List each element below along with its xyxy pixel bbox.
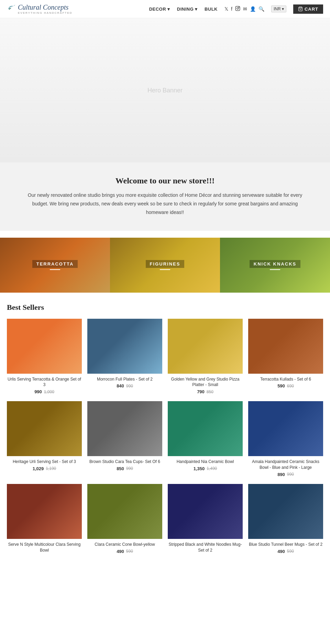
product-card[interactable]: Heritage Urli Serving Set - Set of 31,02… xyxy=(7,401,82,477)
product-prices: 1,0291,190 xyxy=(7,466,82,471)
product-image xyxy=(168,319,243,374)
welcome-title: Welcome to our new store!!! xyxy=(28,176,302,185)
product-prices: 490590 xyxy=(87,549,162,554)
product-image xyxy=(248,319,323,374)
products-grid-row3: Serve N Style Multicolour Clara Serving … xyxy=(7,484,323,555)
product-card[interactable]: Morrocon Full Plates - Set of 2840990 xyxy=(87,319,162,395)
category-figurines-label: FIGURINES xyxy=(146,260,185,268)
price-current: 790 xyxy=(197,389,205,394)
svg-point-1 xyxy=(237,8,239,9)
product-prices: 840990 xyxy=(87,383,162,388)
product-image xyxy=(87,401,162,456)
price-current: 990 xyxy=(34,389,42,394)
product-name: Urlis Serving Terracotta & Orange Set of… xyxy=(7,376,82,388)
price-current: 1,029 xyxy=(33,466,44,471)
product-prices: 790850 xyxy=(168,389,243,394)
account-icon[interactable]: 👤 xyxy=(250,6,256,12)
product-card[interactable]: Golden Yellow and Grey Studio Pizza Plat… xyxy=(168,319,243,395)
products-grid-row1: Urlis Serving Terracotta & Orange Set of… xyxy=(7,319,323,395)
email-icon[interactable]: ✉ xyxy=(243,6,247,12)
product-image xyxy=(248,401,323,456)
price-original: 690 xyxy=(287,384,294,388)
product-name: Serve N Style Multicolour Clara Serving … xyxy=(7,542,82,553)
brand-name: Cultural Concepts xyxy=(18,3,68,11)
best-sellers-title: Best Sellers xyxy=(7,303,323,312)
category-underline xyxy=(50,269,60,270)
product-card[interactable]: Urlis Serving Terracotta & Orange Set of… xyxy=(7,319,82,395)
hero-placeholder: Hero Banner xyxy=(147,87,183,94)
product-image xyxy=(7,484,82,539)
product-name: Handpainted Nia Ceramic Bowl xyxy=(168,459,243,465)
price-current: 890 xyxy=(277,472,285,477)
price-original: 990 xyxy=(126,384,133,388)
product-name: Clara Ceramic Cone Bowl-yellow xyxy=(87,542,162,547)
cart-icon xyxy=(298,7,303,11)
product-card[interactable]: Amala Handpainted Ceramic Snacks Bowl - … xyxy=(248,401,323,477)
product-card[interactable]: Stripped Black and White Noodles Mug- Se… xyxy=(168,484,243,555)
price-current: 490 xyxy=(277,549,285,554)
product-name: Morrocon Full Plates - Set of 2 xyxy=(87,376,162,382)
twitter-icon[interactable]: 𝕏 xyxy=(224,6,228,12)
price-current: 840 xyxy=(117,383,124,388)
product-name: Brown Studio Cara Tea Cups- Set Of 6 xyxy=(87,459,162,465)
product-prices: 1,3501,490 xyxy=(168,466,243,471)
product-image xyxy=(87,484,162,539)
product-card[interactable]: Clara Ceramic Cone Bowl-yellow490590 xyxy=(87,484,162,555)
logo-area[interactable]: Cultural Concepts EVERYTHING HANDCRAFTED xyxy=(7,3,73,14)
search-icon[interactable]: 🔍 xyxy=(258,6,264,12)
category-knick-knacks-label: KNICK KNACKS xyxy=(250,260,300,268)
category-terracotta-label: TERRACOTTA xyxy=(32,260,78,268)
price-original: 1,000 xyxy=(44,389,54,394)
product-card[interactable]: Blue Studio Tunnel Beer Mugs - Set of 24… xyxy=(248,484,323,555)
instagram-icon[interactable] xyxy=(235,6,240,12)
price-original: 590 xyxy=(126,549,133,554)
price-original: 990 xyxy=(126,466,133,471)
category-terracotta[interactable]: TERRACOTTA xyxy=(0,238,110,293)
price-current: 1,350 xyxy=(194,466,205,471)
product-prices: 490590 xyxy=(248,549,323,554)
product-card[interactable]: Brown Studio Cara Tea Cups- Set Of 68509… xyxy=(87,401,162,477)
category-underline-2 xyxy=(160,269,170,270)
products-grid-row2: Heritage Urli Serving Set - Set of 31,02… xyxy=(7,401,323,477)
logo-bird-icon xyxy=(7,4,16,11)
site-header: Cultural Concepts EVERYTHING HANDCRAFTED… xyxy=(0,0,330,18)
category-row: TERRACOTTA FIGURINES KNICK KNACKS xyxy=(0,238,330,293)
product-card[interactable]: Serve N Style Multicolour Clara Serving … xyxy=(7,484,82,555)
product-image xyxy=(168,401,243,456)
product-name: Golden Yellow and Grey Studio Pizza Plat… xyxy=(168,376,243,388)
currency-selector[interactable]: INR ▾ xyxy=(271,5,286,12)
price-current: 590 xyxy=(277,383,285,388)
nav-bulk[interactable]: BULK xyxy=(205,7,218,12)
price-original: 1,190 xyxy=(46,466,56,471)
product-prices: 590690 xyxy=(248,383,323,388)
cart-button[interactable]: CART xyxy=(293,4,323,14)
product-image xyxy=(87,319,162,374)
price-original: 590 xyxy=(287,549,294,554)
price-current: 490 xyxy=(117,549,124,554)
product-image xyxy=(7,401,82,456)
product-card[interactable]: Terracotta Kullads - Set of 6590690 xyxy=(248,319,323,395)
product-prices: 890990 xyxy=(248,472,323,477)
product-image xyxy=(168,484,243,539)
product-image xyxy=(248,484,323,539)
product-name: Stripped Black and White Noodles Mug- Se… xyxy=(168,542,243,553)
product-prices: 850990 xyxy=(87,466,162,471)
product-image xyxy=(7,319,82,374)
price-current: 850 xyxy=(117,466,124,471)
product-name: Terracotta Kullads - Set of 6 xyxy=(248,376,323,382)
nav-decor[interactable]: DECOR ▾ xyxy=(149,7,170,12)
category-figurines[interactable]: FIGURINES xyxy=(110,238,220,293)
price-original: 990 xyxy=(287,472,294,477)
svg-point-2 xyxy=(239,7,239,7)
product-card[interactable]: Handpainted Nia Ceramic Bowl1,3501,490 xyxy=(168,401,243,477)
svg-rect-0 xyxy=(235,6,240,11)
category-knick-knacks[interactable]: KNICK KNACKS xyxy=(220,238,330,293)
product-name: Blue Studio Tunnel Beer Mugs - Set of 2 xyxy=(248,542,323,547)
nav-icons: 𝕏 f ✉ 👤 🔍 xyxy=(224,6,264,12)
product-name: Amala Handpainted Ceramic Snacks Bowl - … xyxy=(248,459,323,471)
facebook-icon[interactable]: f xyxy=(231,6,232,12)
price-original: 1,490 xyxy=(207,466,217,471)
hero-banner: Hero Banner xyxy=(0,18,330,162)
brand-tagline: EVERYTHING HANDCRAFTED xyxy=(18,11,73,14)
nav-dining[interactable]: DINING ▾ xyxy=(177,7,198,12)
